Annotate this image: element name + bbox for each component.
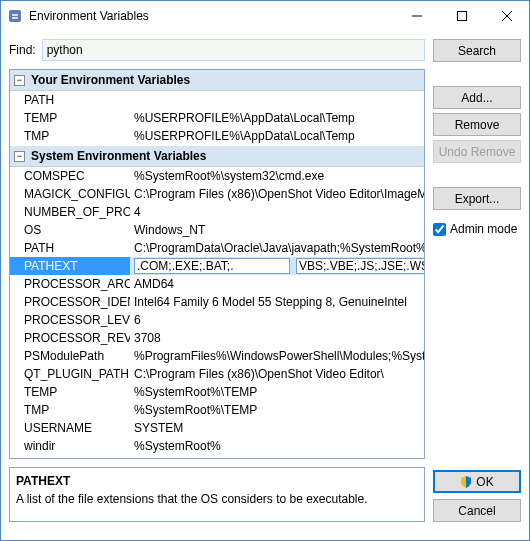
table-row[interactable]: COMSPEC%SystemRoot%\system32\cmd.exe [10,167,424,185]
value-input-right[interactable] [296,258,424,274]
var-name: PSModulePath [10,347,130,365]
var-name: PATH [10,91,130,109]
find-input[interactable] [42,39,425,61]
var-value: %USERPROFILE%\AppData\Local\Temp [130,109,424,127]
var-value: 4 [130,203,424,221]
table-row[interactable]: PATH [10,91,424,109]
window-title: Environment Variables [29,9,394,23]
var-name: windir [10,437,130,455]
admin-label[interactable]: Admin mode [450,222,517,236]
var-name: COMSPEC [10,167,130,185]
var-value-editor[interactable]: … [130,257,424,275]
var-value: Windows_NT [130,221,424,239]
cancel-button[interactable]: Cancel [433,499,521,522]
search-button[interactable]: Search [433,39,521,62]
group-user-label: Your Environment Variables [31,73,190,87]
var-value: %USERPROFILE%\AppData\Local\Temp [130,127,424,145]
description-panel: PATHEXT A list of the file extensions th… [9,467,425,522]
ok-label: OK [476,475,493,489]
var-name: NUMBER_OF_PROCESSORS [10,203,130,221]
export-button[interactable]: Export... [433,187,521,210]
table-row[interactable]: OSWindows_NT [10,221,424,239]
var-value: C:\Program Files (x86)\OpenShot Video Ed… [130,185,424,203]
var-value: %ProgramFiles%\WindowsPowerShell\Modules… [130,347,424,365]
table-row[interactable]: windir%SystemRoot% [10,437,424,455]
var-value: C:\ProgramData\Oracle\Java\javapath;%Sys… [130,239,424,257]
variables-table[interactable]: − Your Environment Variables PATHTEMP%US… [9,69,425,459]
ok-button[interactable]: OK [433,470,521,493]
table-row[interactable]: PATHC:\ProgramData\Oracle\Java\javapath;… [10,239,424,257]
table-row[interactable]: TEMP%SystemRoot%\TEMP [10,383,424,401]
group-system-header[interactable]: − System Environment Variables [10,145,424,167]
var-name: TEMP [10,109,130,127]
undo-remove-button: Undo Remove [433,140,521,163]
collapse-icon[interactable]: − [14,75,25,86]
var-name: TMP [10,127,130,145]
table-row[interactable]: QT_PLUGIN_PATHC:\Program Files (x86)\Ope… [10,365,424,383]
svg-rect-2 [457,12,466,21]
table-row[interactable]: PATHEXT… [10,257,424,275]
app-icon [7,8,23,24]
var-value [130,91,424,109]
svg-rect-0 [9,10,21,22]
table-row[interactable]: MAGICK_CONFIGURE_PATHC:\Program Files (x… [10,185,424,203]
var-value: Intel64 Family 6 Model 55 Stepping 8, Ge… [130,293,424,311]
var-name: PROCESSOR_IDENTIFIER [10,293,130,311]
table-row[interactable]: TMP%SystemRoot%\TEMP [10,401,424,419]
var-name: USERNAME [10,419,130,437]
var-value: 3708 [130,329,424,347]
var-name: OS [10,221,130,239]
var-value: 6 [130,311,424,329]
var-value: %SystemRoot% [130,437,424,455]
var-name: TMP [10,401,130,419]
var-value: AMD64 [130,275,424,293]
close-button[interactable] [484,1,529,31]
table-row[interactable]: PROCESSOR_ARCHITECTUREAMD64 [10,275,424,293]
description-title: PATHEXT [16,474,418,488]
var-value: SYSTEM [130,419,424,437]
table-row[interactable]: TEMP%USERPROFILE%\AppData\Local\Temp [10,109,424,127]
collapse-icon[interactable]: − [14,151,25,162]
minimize-button[interactable] [394,1,439,31]
var-value: C:\Program Files (x86)\OpenShot Video Ed… [130,365,424,383]
table-row[interactable]: PROCESSOR_IDENTIFIERIntel64 Family 6 Mod… [10,293,424,311]
var-name: PATH [10,239,130,257]
shield-icon [460,476,472,488]
description-text: A list of the file extensions that the O… [16,492,418,506]
var-name: PATHEXT [10,257,130,275]
table-row[interactable]: PSModulePath%ProgramFiles%\WindowsPowerS… [10,347,424,365]
table-row[interactable]: NUMBER_OF_PROCESSORS4 [10,203,424,221]
value-input-left[interactable] [134,258,290,274]
var-name: QT_PLUGIN_PATH [10,365,130,383]
admin-checkbox[interactable] [433,223,446,236]
table-row[interactable]: PROCESSOR_REVISION3708 [10,329,424,347]
var-name: PROCESSOR_ARCHITECTURE [10,275,130,293]
titlebar: Environment Variables [1,1,529,31]
table-row[interactable]: USERNAMESYSTEM [10,419,424,437]
var-name: PROCESSOR_REVISION [10,329,130,347]
group-system-label: System Environment Variables [31,149,206,163]
var-name: TEMP [10,383,130,401]
var-name: MAGICK_CONFIGURE_PATH [10,185,130,203]
maximize-button[interactable] [439,1,484,31]
group-user-header[interactable]: − Your Environment Variables [10,70,424,91]
var-name: PROCESSOR_LEVEL [10,311,130,329]
remove-button[interactable]: Remove [433,113,521,136]
var-value: %SystemRoot%\system32\cmd.exe [130,167,424,185]
find-label: Find: [9,43,36,57]
var-value: %SystemRoot%\TEMP [130,383,424,401]
table-row[interactable]: TMP%USERPROFILE%\AppData\Local\Temp [10,127,424,145]
table-row[interactable]: PROCESSOR_LEVEL6 [10,311,424,329]
var-value: %SystemRoot%\TEMP [130,401,424,419]
add-button[interactable]: Add... [433,86,521,109]
